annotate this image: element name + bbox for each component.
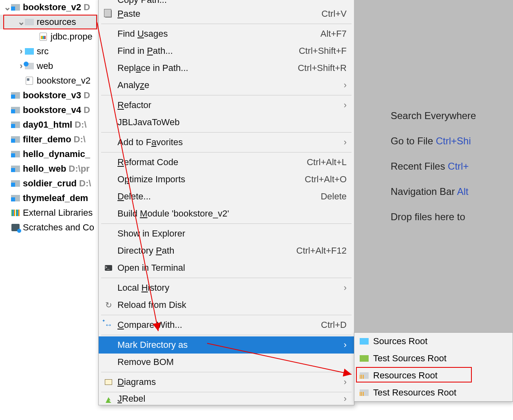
iml-file-icon	[24, 77, 34, 85]
menu-item-paste[interactable]: PasteCtrl+V	[99, 5, 354, 22]
menu-item-reload-from-disk[interactable]: Reload from Disk	[99, 296, 354, 314]
menu-item-delete[interactable]: Delete...Delete	[99, 188, 354, 205]
menu-item-jbljavatoweb[interactable]: JBLJavaToWeb	[99, 114, 354, 131]
menu-item-analyze[interactable]: Analyze›	[99, 77, 354, 94]
submenu-item-label: Sources Root	[373, 336, 427, 347]
icon-slot-empty	[103, 99, 114, 111]
menu-item-label: Replace in Path...	[117, 63, 188, 73]
tree-item-scratches-and-co[interactable]: Scratches and Co	[0, 220, 100, 235]
menu-item-open-in-terminal[interactable]: >_Open in Terminal	[99, 259, 354, 276]
icon-slot-empty	[103, 117, 114, 128]
menu-item-label: Directory Path	[117, 245, 174, 256]
spacer	[4, 224, 11, 231]
menu-item-local-history[interactable]: Local History›	[99, 279, 354, 296]
menu-item-label: Open in Terminal	[117, 263, 185, 273]
menu-item-replace-in-path[interactable]: Replace in Path...Ctrl+Shift+R	[99, 60, 354, 77]
tree-item-bookstore-v2[interactable]: bookstore_v2	[0, 73, 100, 88]
menu-item-diagrams[interactable]: Diagrams›	[99, 374, 354, 391]
icon-slot-empty	[103, 28, 114, 40]
submenu-item-test-sources-root[interactable]: Test Sources Root	[354, 350, 513, 367]
tree-item-bookstore-v2[interactable]: bookstore_v2D	[0, 0, 100, 15]
menu-item-show-in-explorer[interactable]: Show in Explorer	[99, 225, 354, 242]
spacer	[4, 210, 11, 216]
tree-item-path: D:\	[74, 134, 86, 145]
menu-item-refactor[interactable]: Refactor›	[99, 97, 354, 114]
tree-item-soldier-crud[interactable]: soldier_crudD:\	[0, 176, 100, 191]
hint-drop-files: Drop files here to	[391, 211, 513, 223]
menu-item-shortcut: Ctrl+Alt+L	[307, 157, 347, 168]
menu-separator	[101, 152, 352, 153]
menu-item-remove-bom[interactable]: Remove BOM	[99, 354, 354, 371]
chevron-down-icon[interactable]	[4, 4, 11, 11]
spacer	[4, 151, 11, 157]
menu-item-shortcut: Ctrl+Shift+F	[299, 46, 347, 56]
menu-item-label: Paste	[117, 9, 140, 19]
tree-item-external-libraries[interactable]: External Libraries	[0, 206, 100, 220]
menu-item-jrebel[interactable]: JRebel›	[99, 393, 354, 405]
tree-item-label: jdbc.prope	[51, 31, 93, 42]
menu-item-label: Compare With...	[117, 320, 182, 330]
menu-separator	[101, 335, 352, 335]
hint-go-to-file: Go to File Ctrl+Shi	[391, 135, 513, 147]
hint-recent-files: Recent Files Ctrl+	[391, 161, 513, 172]
icon-slot-empty	[103, 339, 114, 351]
scratch-icon	[11, 223, 20, 232]
jrebel-icon	[103, 393, 114, 405]
menu-item-find-usages[interactable]: Find UsagesAlt+F7	[99, 25, 354, 42]
tree-item-label: Scratches and Co	[23, 222, 94, 233]
menu-item-build-module-bookstore-v2[interactable]: Build Module 'bookstore_v2'	[99, 205, 354, 222]
menu-item-reformat-code[interactable]: Reformat CodeCtrl+Alt+L	[99, 154, 354, 171]
tree-item-label: bookstore_v3	[23, 90, 81, 101]
chevron-right-icon[interactable]	[18, 48, 24, 55]
tree-item-hello-dynamic-[interactable]: hello_dynamic_	[0, 147, 100, 161]
folder-icon	[11, 3, 20, 11]
tree-item-label: resources	[37, 17, 76, 27]
tree-item-thymeleaf-dem[interactable]: thymeleaf_dem	[0, 191, 100, 206]
tree-item-path: D	[84, 105, 90, 115]
folder-icon	[11, 150, 20, 158]
tree-item-label: bookstore_v4	[23, 105, 81, 115]
hint-navigation-bar: Navigation Bar Alt	[391, 186, 513, 197]
project-tree[interactable]: bookstore_v2Dresourcesjdbc.propesrcwebbo…	[0, 0, 100, 235]
menu-separator	[101, 95, 352, 95]
folder-plain-icon	[24, 18, 34, 26]
icon-slot-empty	[103, 157, 114, 168]
submenu-item-sources-root[interactable]: Sources Root	[354, 333, 513, 350]
tree-item-src[interactable]: src	[0, 44, 100, 59]
chevron-down-icon[interactable]	[18, 19, 24, 25]
tree-item-bookstore-v3[interactable]: bookstore_v3D	[0, 88, 100, 103]
menu-item-label: JRebel	[117, 393, 145, 404]
menu-item-find-in-path[interactable]: Find in Path...Ctrl+Shift+F	[99, 42, 354, 60]
spacer	[4, 195, 11, 201]
editor-hints-panel: Search Everywhere Go to File Ctrl+Shi Re…	[354, 0, 513, 332]
menu-item-compare-with[interactable]: ✦Compare With...Ctrl+D	[99, 316, 354, 334]
menu-item-add-to-favorites[interactable]: Add to Favorites›	[99, 134, 354, 151]
submenu-item-test-resources-root[interactable]: Test Resources Root	[354, 384, 513, 401]
menu-separator	[101, 24, 352, 24]
tree-item-web[interactable]: web	[0, 59, 100, 73]
tree-item-hello-web[interactable]: hello_webD:\pr	[0, 161, 100, 176]
prop-file-icon	[38, 33, 48, 41]
submenu-item-resources-root[interactable]: Resources Root	[354, 367, 513, 384]
tree-item-label: hello_dynamic_	[23, 149, 90, 159]
menu-item-directory-path[interactable]: Directory PathCtrl+Alt+F12	[99, 242, 354, 259]
tree-item-label: thymeleaf_dem	[23, 193, 88, 203]
web-folder-icon	[24, 62, 34, 70]
tree-item-day01-html[interactable]: day01_htmlD:\	[0, 117, 100, 132]
tree-item-bookstore-v4[interactable]: bookstore_v4D	[0, 103, 100, 117]
paste-icon	[103, 8, 114, 20]
folder-icon	[11, 135, 20, 144]
compare-icon: ✦	[103, 319, 114, 331]
spacer	[4, 136, 11, 143]
tree-item-path: D:\	[75, 119, 86, 130]
icon-slot-empty	[103, 191, 114, 202]
tree-item-jdbc-prope[interactable]: jdbc.prope	[0, 29, 100, 44]
menu-item-optimize-imports[interactable]: Optimize ImportsCtrl+Alt+O	[99, 171, 354, 188]
menu-item-mark-directory-as[interactable]: Mark Directory as›	[99, 336, 354, 354]
tree-item-label: src	[37, 46, 49, 57]
tree-item-resources[interactable]: resources	[0, 15, 100, 29]
tree-item-filter-demo[interactable]: filter_demoD:\	[0, 132, 100, 147]
menu-separator	[101, 223, 352, 224]
spacer	[4, 107, 11, 113]
menu-item-copy-path[interactable]: Copy Path...	[99, 0, 354, 5]
